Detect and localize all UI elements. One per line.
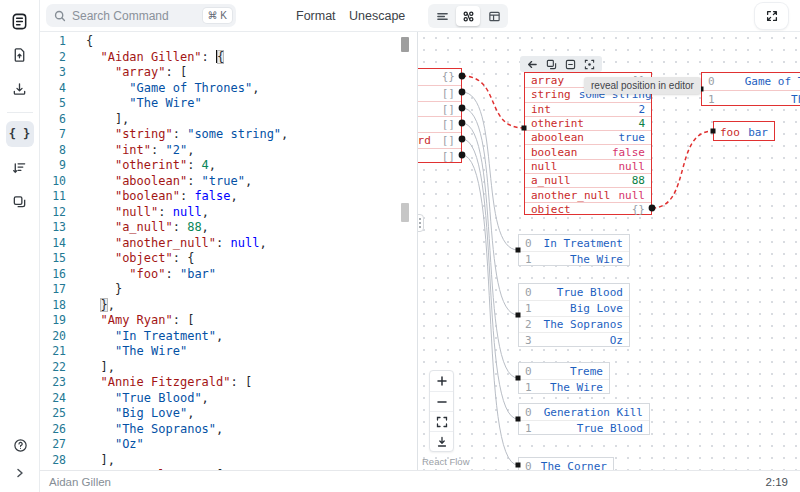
graph-node-alexander-skarsgard-array[interactable]: 0Generation Kill1True Blood bbox=[518, 403, 650, 435]
editor-line[interactable]: 22 ], bbox=[40, 360, 417, 376]
graph-node-clarke-peters-array[interactable]: 0The Corner bbox=[518, 457, 614, 470]
node-row[interactable]: 0True Blood bbox=[519, 284, 629, 300]
line-number: 27 bbox=[40, 437, 80, 453]
node-row[interactable]: Aidan Gillen{} bbox=[417, 69, 461, 85]
editor-line[interactable]: 12 "null": null, bbox=[40, 205, 417, 221]
focus-node-icon[interactable] bbox=[584, 59, 595, 70]
editor-line[interactable]: 5 "The Wire" bbox=[40, 96, 417, 112]
editor-line[interactable]: 3 "array": [ bbox=[40, 65, 417, 81]
editor-line[interactable]: 20 "In Treatment", bbox=[40, 329, 417, 345]
download-icon[interactable] bbox=[6, 76, 34, 102]
editor-line[interactable]: 21 "The Wire" bbox=[40, 344, 417, 360]
editor-line[interactable]: 11 "boolean": false, bbox=[40, 189, 417, 205]
row-key: boolean bbox=[531, 146, 577, 159]
graph-node-foo-object[interactable]: foobar bbox=[713, 121, 775, 141]
list-view-button[interactable] bbox=[430, 6, 454, 26]
graph-canvas[interactable]: Aidan Gillen{}Amy Ryan[]Annie Fitzgerald… bbox=[417, 32, 800, 470]
zoom-out-button[interactable] bbox=[430, 391, 453, 411]
fit-view-button[interactable] bbox=[430, 411, 453, 431]
editor-line[interactable]: 24 "True Blood", bbox=[40, 391, 417, 407]
node-row[interactable]: Alexander Skarsgard[] bbox=[417, 132, 461, 148]
copy-node-icon[interactable] bbox=[546, 59, 557, 70]
editor-line[interactable]: 18 }, bbox=[40, 298, 417, 314]
node-row[interactable]: Amy Ryan[] bbox=[417, 85, 461, 101]
node-row[interactable]: 0Generation Kill bbox=[519, 404, 649, 420]
editor-line[interactable]: 4 "Game of Thrones", bbox=[40, 81, 417, 97]
node-row[interactable]: Annie Fitzgerald[] bbox=[417, 101, 461, 117]
flow-view-button[interactable] bbox=[456, 6, 480, 26]
editor-line[interactable]: 23 "Annie Fitzgerald": [ bbox=[40, 375, 417, 391]
editor-line[interactable]: 7 "string": "some string", bbox=[40, 127, 417, 143]
editor-line[interactable]: 17 } bbox=[40, 282, 417, 298]
editor-line[interactable]: 1{ bbox=[40, 34, 417, 50]
search-command-input[interactable]: Search Command ⌘ K bbox=[46, 4, 236, 27]
table-view-button[interactable] bbox=[482, 6, 506, 26]
graph-node-amy-ryan-array[interactable]: 0In Treatment1The Wire bbox=[518, 234, 630, 266]
node-row[interactable]: int2 bbox=[525, 102, 651, 116]
node-row[interactable]: a_null88 bbox=[525, 173, 651, 187]
node-row[interactable]: 3Oz bbox=[519, 332, 629, 348]
editor-line[interactable]: 26 "The Sopranos", bbox=[40, 422, 417, 438]
node-row[interactable]: otherint4 bbox=[525, 116, 651, 130]
node-row[interactable]: 1The Wire bbox=[702, 90, 800, 107]
sidebar-divider bbox=[7, 112, 33, 113]
graph-node-anwan-glover-array[interactable]: 0Treme1The Wire bbox=[518, 362, 610, 394]
zoom-in-button[interactable] bbox=[430, 371, 453, 391]
editor-line[interactable]: 6 ], bbox=[40, 112, 417, 128]
editor-line[interactable]: 9 "otherint": 4, bbox=[40, 158, 417, 174]
collapse-sidebar-chevron-icon[interactable] bbox=[6, 460, 34, 486]
graph-node-root-object[interactable]: Aidan Gillen{}Amy Ryan[]Annie Fitzgerald… bbox=[417, 68, 462, 163]
editor-line[interactable]: 14 "another_null": null, bbox=[40, 236, 417, 252]
node-row[interactable]: 2The Sopranos bbox=[519, 316, 629, 332]
editor-line[interactable]: 15 "object": { bbox=[40, 251, 417, 267]
node-row[interactable]: 0In Treatment bbox=[519, 235, 629, 251]
list-view-icon bbox=[436, 10, 449, 23]
sort-filter-icon[interactable] bbox=[6, 155, 34, 181]
feedback-icon[interactable] bbox=[6, 432, 34, 458]
editor-line[interactable]: 13 "a_null": 88, bbox=[40, 220, 417, 236]
row-index: 1 bbox=[525, 422, 532, 435]
editor-line[interactable]: 10 "aboolean": "true", bbox=[40, 174, 417, 190]
editor-line[interactable]: 19 "Amy Ryan": [ bbox=[40, 313, 417, 329]
node-row[interactable]: 1The Wire bbox=[519, 251, 629, 267]
back-arrow-icon[interactable] bbox=[527, 59, 538, 70]
node-row[interactable]: 0The Corner bbox=[519, 458, 613, 470]
editor-line[interactable]: 25 "Big Love", bbox=[40, 406, 417, 422]
duplicate-nodes-icon[interactable] bbox=[6, 189, 34, 215]
editor-line[interactable]: 27 "Oz" bbox=[40, 437, 417, 453]
graph-node-annie-fitzgerald-array[interactable]: 0True Blood1Big Love2The Sopranos3Oz bbox=[518, 283, 630, 347]
line-code: "null": null, bbox=[80, 205, 209, 221]
editor-line[interactable]: 2 "Aidan Gillen": { bbox=[40, 50, 417, 66]
node-row[interactable]: 0Game of Thrones bbox=[702, 73, 800, 90]
editor-line[interactable]: 29 "Anwan Glover": [ bbox=[40, 468, 417, 470]
line-code: "Aidan Gillen": { bbox=[80, 50, 224, 66]
unescape-button[interactable]: Unescape bbox=[349, 0, 405, 32]
node-row[interactable]: Anwan Glover[] bbox=[417, 116, 461, 132]
editor-line[interactable]: 28 ], bbox=[40, 453, 417, 469]
node-row[interactable]: 0Treme bbox=[519, 363, 609, 379]
node-row[interactable]: foobar bbox=[714, 122, 774, 142]
download-image-button[interactable] bbox=[430, 431, 453, 451]
panel-resize-handle[interactable] bbox=[417, 214, 424, 232]
node-row[interactable]: booleanfalse bbox=[525, 144, 651, 158]
fullscreen-button[interactable] bbox=[755, 3, 788, 29]
node-row[interactable]: 1True Blood bbox=[519, 420, 649, 436]
collapse-node-icon[interactable] bbox=[565, 59, 576, 70]
json-editor-tab-icon[interactable]: { } bbox=[6, 121, 34, 147]
editor-scrollbar-marker bbox=[401, 203, 409, 222]
format-button[interactable]: Format bbox=[296, 0, 336, 32]
node-row[interactable]: object{} bbox=[525, 202, 651, 216]
editor-line[interactable]: 16 "foo": "bar" bbox=[40, 267, 417, 283]
graph-node-aidan-gillen-array[interactable]: 0Game of Thrones1The Wire bbox=[701, 72, 800, 106]
node-row[interactable]: Clarke Peters[] bbox=[417, 148, 461, 164]
node-row[interactable]: abooleantrue bbox=[525, 130, 651, 144]
editor-line[interactable]: 8 "int": "2", bbox=[40, 143, 417, 159]
node-row[interactable]: another_nullnull bbox=[525, 187, 651, 201]
editor-scrollbar-thumb[interactable] bbox=[401, 37, 409, 52]
import-file-icon[interactable] bbox=[6, 42, 34, 68]
icon-sidebar: { } bbox=[0, 0, 40, 492]
node-row[interactable]: 1The Wire bbox=[519, 379, 609, 395]
node-row[interactable]: 1Big Love bbox=[519, 300, 629, 316]
json-editor[interactable]: 1{2 "Aidan Gillen": {3 "array": [4 "Game… bbox=[40, 32, 417, 470]
node-row[interactable]: nullnull bbox=[525, 159, 651, 173]
